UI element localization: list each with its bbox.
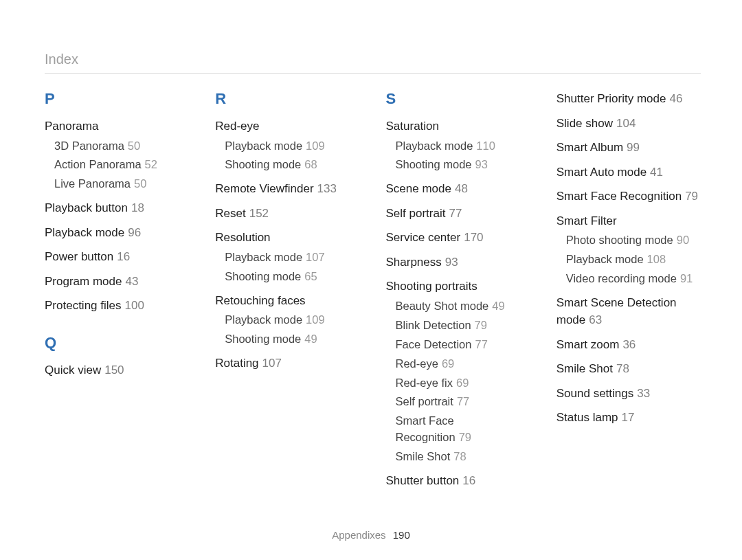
index-page-number: 91 (680, 272, 693, 284)
index-entry: Remote Viewfinder133 (215, 180, 359, 198)
index-page-number: 79 (475, 319, 487, 331)
index-term: Sharpness (386, 256, 442, 269)
index-entry: Program mode43 (45, 273, 189, 291)
index-subterm: Playback mode (566, 253, 644, 265)
index-entry: Reset152 (215, 205, 359, 223)
index-column: Shutter Priority mode46Slide show104Smar… (556, 90, 701, 497)
index-page-number: 79 (459, 431, 471, 443)
index-entry: Quick view150 (45, 361, 189, 379)
index-page-number: 36 (622, 338, 636, 351)
index-term: Reset (215, 207, 245, 220)
index-column: RRed-eyePlayback mode109Shooting mode68R… (215, 90, 359, 497)
index-page-number: 96 (128, 226, 141, 239)
index-column: PPanorama3D Panorama50Action Panorama52L… (45, 90, 189, 497)
index-page-number: 50 (134, 177, 146, 190)
index-page-number: 93 (445, 256, 458, 269)
index-entry: Status lamp17 (556, 409, 701, 427)
index-subentry: Playback mode107 (225, 249, 359, 266)
index-page-number: 18 (131, 201, 144, 214)
index-subterm: Shooting mode (225, 333, 301, 345)
index-subentry: Shooting mode68 (225, 157, 359, 173)
index-subterm: Playback mode (225, 313, 302, 326)
index-term: Power button (45, 250, 113, 263)
index-term: Quick view (45, 363, 101, 377)
index-subentry: Shooting mode93 (396, 157, 530, 173)
index-page-number: 107 (262, 357, 282, 370)
index-subterm: Smile Shot (396, 450, 451, 462)
index-term: Rotating (215, 357, 258, 370)
index-entry: SaturationPlayback mode110Shooting mode9… (386, 117, 530, 173)
index-subterm: Live Panorama (54, 177, 131, 190)
index-page-number: 49 (304, 333, 317, 345)
index-entry: Shutter button16 (386, 472, 530, 490)
index-subentry: Live Panorama50 (54, 176, 189, 192)
index-entry: Scene mode48 (386, 180, 530, 198)
index-subentry: Playback mode108 (566, 251, 701, 268)
index-term: Playback button (45, 201, 128, 214)
index-page-number: 78 (453, 450, 466, 462)
index-entry: Rotating107 (215, 355, 359, 372)
index-term: Remote Viewfinder (215, 182, 313, 195)
index-entry: Shutter Priority mode46 (556, 90, 701, 108)
index-entry: Shooting portraitsBeauty Shot mode49Blin… (386, 278, 530, 465)
index-subterm: Beauty Shot mode (396, 300, 489, 312)
index-entry: Smart Album99 (556, 139, 701, 157)
index-term: Smart Filter (556, 214, 617, 227)
index-page-number: 68 (304, 158, 317, 170)
index-page-number: 170 (464, 231, 483, 244)
index-page-number: 41 (650, 166, 663, 179)
index-subentry: Shooting mode49 (225, 331, 359, 348)
index-entry: Slide show104 (556, 115, 701, 133)
index-entry: Red-eyePlayback mode109Shooting mode68 (215, 117, 359, 173)
index-page-number: 77 (475, 338, 487, 350)
index-entry: Smart zoom36 (556, 336, 701, 354)
index-term: Smile Shot (556, 362, 613, 375)
index-page-number: 133 (317, 182, 337, 195)
index-subentry: Red-eye fix69 (396, 375, 530, 392)
index-entry: Service center170 (386, 229, 530, 247)
index-subentry: Action Panorama52 (54, 157, 189, 173)
index-entry: Playback button18 (45, 199, 189, 217)
index-term: Protecting files (45, 299, 122, 312)
index-entry: Panorama3D Panorama50Action Panorama52Li… (45, 117, 189, 192)
index-term: Playback mode (45, 226, 124, 239)
index-subterm: Blink Detection (396, 319, 471, 331)
index-page-number: 110 (476, 139, 495, 152)
index-column: SSaturationPlayback mode110Shooting mode… (386, 90, 530, 497)
index-letter-heading: P (45, 90, 189, 108)
index-subentry: Beauty Shot mode49 (396, 298, 530, 315)
index-term: Smart Auto mode (556, 166, 647, 179)
index-term: Red-eye (215, 120, 259, 133)
index-page-number: 152 (249, 207, 269, 220)
index-term: Retouching faces (215, 294, 305, 307)
index-page-number: 109 (306, 139, 325, 152)
index-subterm: Red-eye (396, 357, 438, 370)
footer-label: Appendixes (332, 529, 385, 541)
index-columns: PPanorama3D Panorama50Action Panorama52L… (45, 90, 701, 497)
index-page-number: 104 (616, 117, 636, 130)
index-page-number: 99 (627, 141, 640, 154)
index-page-number: 100 (125, 299, 144, 312)
index-page-number: 17 (622, 411, 635, 424)
index-term: Panorama (45, 120, 98, 133)
index-subentry: Red-eye69 (396, 356, 530, 372)
index-subterm: Face Detection (396, 338, 472, 350)
index-subentry: Photo shooting mode90 (566, 232, 701, 249)
index-page-number: 93 (475, 158, 488, 170)
index-entry: Smart Scene Detection mode63 (556, 294, 701, 329)
index-entry: Sharpness93 (386, 254, 530, 271)
index-subentry: Playback mode109 (225, 138, 359, 155)
index-page-number: 79 (685, 190, 698, 203)
index-entry: Smile Shot78 (556, 360, 701, 378)
index-entry: Playback mode96 (45, 224, 189, 242)
index-page-number: 150 (104, 363, 124, 377)
index-subentry: Playback mode110 (396, 138, 530, 155)
index-term: Slide show (556, 117, 613, 130)
index-entry: Smart Auto mode41 (556, 164, 701, 181)
index-page-number: 46 (669, 92, 682, 105)
index-term: Smart zoom (556, 338, 620, 351)
index-entry: Smart Face Recognition79 (556, 188, 701, 205)
index-subterm: Video recording mode (566, 272, 677, 284)
index-page-number: 43 (125, 275, 138, 288)
index-term: Self portrait (386, 207, 446, 220)
